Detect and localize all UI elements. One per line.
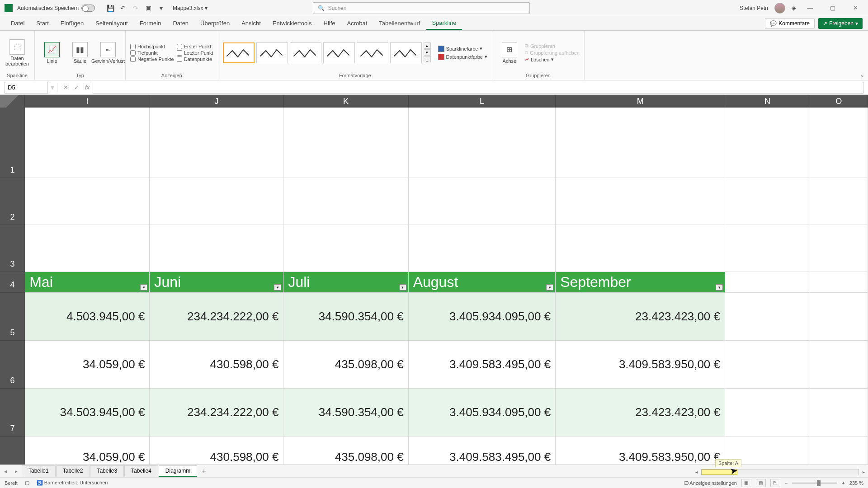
style-swatch[interactable] bbox=[390, 42, 422, 63]
cell[interactable]: 23.423.423,00 € bbox=[556, 293, 725, 341]
cell[interactable]: 34.059,00 € bbox=[25, 341, 150, 389]
cell[interactable] bbox=[725, 272, 810, 293]
style-swatch[interactable] bbox=[357, 42, 388, 63]
name-box[interactable]: D5 bbox=[5, 82, 48, 94]
tab-help[interactable]: Hilfe bbox=[318, 17, 341, 29]
marker-color-button[interactable]: Datenpunktfarbe ▾ bbox=[438, 54, 487, 60]
cell[interactable] bbox=[725, 341, 810, 389]
comments-button[interactable]: 💬 Kommentare bbox=[765, 18, 815, 29]
minimize-button[interactable]: — bbox=[802, 2, 818, 14]
filter-dropdown-icon[interactable]: ▾ bbox=[716, 284, 723, 291]
tab-acrobat[interactable]: Acrobat bbox=[342, 17, 373, 29]
cell[interactable]: 34.590.354,00 € bbox=[283, 293, 408, 341]
zoom-level[interactable]: 235 % bbox=[849, 480, 863, 486]
cell[interactable]: 3.409.583.950,00 € bbox=[556, 436, 725, 465]
camera-icon[interactable]: ▣ bbox=[142, 2, 155, 14]
zoom-in-button[interactable]: + bbox=[842, 480, 844, 486]
cell[interactable]: 234.234.222,00 € bbox=[150, 293, 283, 341]
cell[interactable] bbox=[810, 272, 868, 293]
column-header[interactable]: I bbox=[25, 95, 150, 108]
sheet-tab[interactable]: Tabelle4 bbox=[124, 465, 158, 477]
tab-review[interactable]: Überprüfen bbox=[195, 17, 235, 29]
cell[interactable] bbox=[283, 225, 408, 272]
tab-data[interactable]: Daten bbox=[167, 17, 194, 29]
cell[interactable] bbox=[556, 178, 725, 225]
maximize-button[interactable]: ▢ bbox=[825, 2, 841, 14]
markers-checkbox[interactable]: Datenpunkte bbox=[177, 56, 213, 62]
cancel-formula-icon[interactable]: ✕ bbox=[60, 82, 71, 93]
column-header[interactable]: L bbox=[409, 95, 556, 108]
cell[interactable]: 3.405.934.095,00 € bbox=[409, 293, 556, 341]
cell[interactable] bbox=[725, 108, 810, 178]
cell[interactable] bbox=[283, 178, 408, 225]
cell[interactable]: 430.598,00 € bbox=[150, 341, 283, 389]
row-header[interactable]: 3 bbox=[0, 225, 25, 272]
qat-dropdown-icon[interactable]: ▾ bbox=[155, 2, 167, 14]
cell[interactable] bbox=[725, 178, 810, 225]
cell[interactable] bbox=[283, 108, 408, 178]
cell[interactable] bbox=[810, 178, 868, 225]
cell[interactable]: 234.234.222,00 € bbox=[150, 389, 283, 436]
scroll-left-icon[interactable]: ◂ bbox=[692, 469, 700, 476]
normal-view-icon[interactable]: ▦ bbox=[741, 479, 751, 487]
tab-page-layout[interactable]: Seitenlayout bbox=[90, 17, 133, 29]
formula-input[interactable] bbox=[93, 82, 863, 94]
type-winloss-button[interactable]: ▪▫ Gewinn/Verlust bbox=[95, 42, 121, 64]
cell[interactable] bbox=[556, 225, 725, 272]
undo-icon[interactable]: ↶ bbox=[117, 2, 129, 14]
lowpoint-checkbox[interactable]: Tiefpunkt bbox=[130, 50, 174, 56]
cell[interactable] bbox=[25, 108, 150, 178]
cell[interactable] bbox=[150, 108, 283, 178]
autosave-toggle[interactable]: Automatisches Speichern bbox=[17, 5, 95, 12]
cell[interactable] bbox=[725, 389, 810, 436]
cell[interactable]: Mai▾ bbox=[25, 272, 150, 293]
tab-home[interactable]: Start bbox=[31, 17, 54, 29]
share-button[interactable]: ↗ Freigeben ▾ bbox=[818, 18, 863, 29]
cell[interactable] bbox=[25, 178, 150, 225]
row-header[interactable]: 1 bbox=[0, 108, 25, 178]
column-header[interactable]: J bbox=[150, 95, 284, 108]
row-header[interactable]: 8 bbox=[0, 436, 25, 465]
cell[interactable]: August▾ bbox=[409, 272, 556, 293]
cell[interactable] bbox=[810, 225, 868, 272]
search-input[interactable]: 🔍 Suchen bbox=[313, 2, 530, 14]
tab-insert[interactable]: Einfügen bbox=[55, 17, 89, 29]
select-all-corner[interactable] bbox=[0, 95, 25, 108]
sheet-tab[interactable]: Diagramm bbox=[159, 465, 197, 477]
tab-file[interactable]: Datei bbox=[5, 17, 30, 29]
row-header[interactable]: 7 bbox=[0, 389, 25, 436]
style-swatch[interactable] bbox=[256, 42, 288, 63]
cell[interactable] bbox=[25, 225, 150, 272]
filter-dropdown-icon[interactable]: ▾ bbox=[546, 284, 553, 291]
column-header[interactable]: N bbox=[725, 95, 810, 108]
cell[interactable]: 430.598,00 € bbox=[150, 436, 283, 465]
username[interactable]: Stefan Petri bbox=[740, 5, 768, 11]
horizontal-scrollbar[interactable]: ◂ ▸ bbox=[701, 469, 859, 475]
sheet-tab[interactable]: Tabelle1 bbox=[22, 465, 56, 477]
cell[interactable] bbox=[810, 293, 868, 341]
column-header[interactable]: K bbox=[284, 95, 409, 108]
cell[interactable] bbox=[725, 225, 810, 272]
filter-dropdown-icon[interactable]: ▾ bbox=[140, 284, 147, 291]
cell[interactable] bbox=[409, 178, 556, 225]
cell[interactable]: September▾ bbox=[556, 272, 725, 293]
lastpoint-checkbox[interactable]: Letzter Punkt bbox=[177, 50, 213, 56]
add-sheet-button[interactable]: + bbox=[198, 467, 210, 475]
cell[interactable] bbox=[409, 108, 556, 178]
tab-developer[interactable]: Entwicklertools bbox=[267, 17, 317, 29]
axis-button[interactable]: ⊞ Achse bbox=[497, 42, 522, 64]
scroll-right-icon[interactable]: ▸ bbox=[859, 469, 868, 476]
page-break-view-icon[interactable]: 凹 bbox=[770, 479, 780, 487]
accessibility-status[interactable]: ♿ Barrierefreiheit: Untersuchen bbox=[37, 480, 108, 486]
cell[interactable]: 34.503.945,00 € bbox=[25, 389, 150, 436]
edit-data-button[interactable]: ⬚ Daten bearbeiten bbox=[5, 39, 30, 66]
zoom-out-button[interactable]: − bbox=[785, 480, 788, 486]
cell[interactable]: 3.409.583.495,00 € bbox=[409, 341, 556, 389]
cell[interactable] bbox=[556, 108, 725, 178]
row-header[interactable]: 2 bbox=[0, 178, 25, 225]
cell[interactable] bbox=[150, 225, 283, 272]
gallery-up-icon[interactable]: ▴ bbox=[424, 42, 431, 49]
cell[interactable]: Juni▾ bbox=[150, 272, 283, 293]
worksheet-grid[interactable]: IJKLMNO 1234Mai▾Juni▾Juli▾August▾Septemb… bbox=[0, 95, 868, 465]
sheet-tab[interactable]: Tabelle3 bbox=[90, 465, 124, 477]
